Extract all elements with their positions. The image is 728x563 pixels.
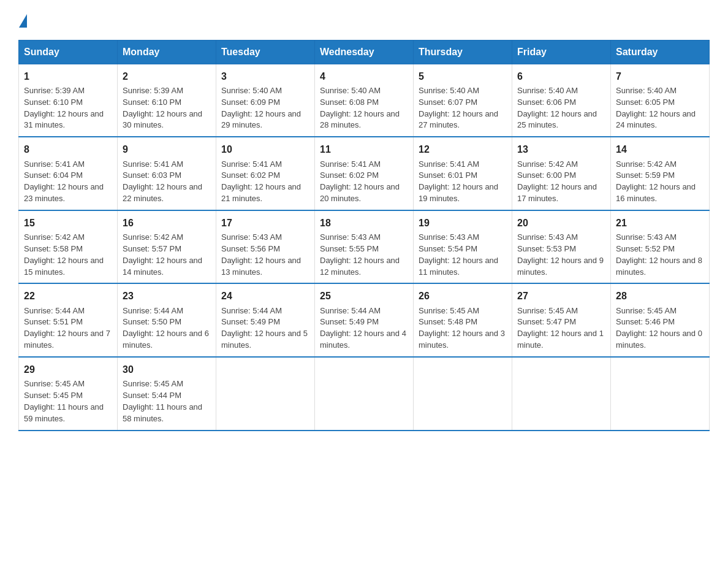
calendar-cell: 9 Sunrise: 5:41 AM Sunset: 6:03 PM Dayli… [118,137,216,210]
sunset-text: Sunset: 6:04 PM [24,170,112,182]
daylight-text: Daylight: 12 hours and 9 minutes. [517,255,605,278]
day-number: 17 [221,216,309,230]
calendar-cell [315,357,414,431]
calendar-cell: 4 Sunrise: 5:40 AM Sunset: 6:08 PM Dayli… [315,64,414,137]
calendar-cell: 28 Sunrise: 5:45 AM Sunset: 5:46 PM Dayl… [611,283,710,357]
sunrise-text: Sunrise: 5:44 AM [221,305,309,317]
calendar-week-row: 15 Sunrise: 5:42 AM Sunset: 5:58 PM Dayl… [19,210,710,284]
sunset-text: Sunset: 6:08 PM [320,97,408,109]
sunset-text: Sunset: 5:47 PM [517,316,605,328]
calendar-week-row: 8 Sunrise: 5:41 AM Sunset: 6:04 PM Dayli… [19,137,710,210]
day-number: 2 [123,69,211,83]
sunrise-text: Sunrise: 5:45 AM [24,378,112,390]
daylight-text: Daylight: 12 hours and 3 minutes. [419,328,507,351]
calendar-cell: 22 Sunrise: 5:44 AM Sunset: 5:51 PM Dayl… [19,283,118,357]
weekday-header-monday: Monday [118,40,216,64]
daylight-text: Daylight: 12 hours and 7 minutes. [24,328,112,351]
calendar-cell: 7 Sunrise: 5:40 AM Sunset: 6:05 PM Dayli… [611,64,710,137]
day-number: 13 [517,142,605,156]
calendar-cell: 11 Sunrise: 5:41 AM Sunset: 6:02 PM Dayl… [315,137,414,210]
day-number: 27 [517,289,605,303]
daylight-text: Daylight: 12 hours and 25 minutes. [517,109,605,132]
calendar-cell: 16 Sunrise: 5:42 AM Sunset: 5:57 PM Dayl… [118,210,216,284]
sunrise-text: Sunrise: 5:43 AM [517,232,605,243]
sunrise-text: Sunrise: 5:43 AM [221,232,309,243]
calendar-cell: 8 Sunrise: 5:41 AM Sunset: 6:04 PM Dayli… [19,137,118,210]
calendar-cell: 13 Sunrise: 5:42 AM Sunset: 6:00 PM Dayl… [512,137,611,210]
calendar-cell [611,357,710,431]
daylight-text: Daylight: 12 hours and 16 minutes. [616,182,704,205]
day-number: 29 [24,362,112,377]
daylight-text: Daylight: 12 hours and 21 minutes. [221,182,309,205]
day-number: 5 [419,69,507,83]
sunrise-text: Sunrise: 5:40 AM [320,85,408,97]
daylight-text: Daylight: 12 hours and 30 minutes. [123,109,211,132]
sunset-text: Sunset: 5:49 PM [320,316,408,328]
day-number: 9 [123,142,211,156]
daylight-text: Daylight: 12 hours and 29 minutes. [221,109,309,132]
sunrise-text: Sunrise: 5:44 AM [24,305,112,317]
daylight-text: Daylight: 12 hours and 17 minutes. [517,182,605,205]
daylight-text: Daylight: 12 hours and 11 minutes. [419,255,507,278]
day-number: 22 [24,289,112,303]
daylight-text: Daylight: 12 hours and 28 minutes. [320,109,408,132]
daylight-text: Daylight: 12 hours and 15 minutes. [24,255,112,278]
day-number: 7 [616,69,704,83]
sunrise-text: Sunrise: 5:44 AM [123,305,211,317]
calendar-cell: 21 Sunrise: 5:43 AM Sunset: 5:52 PM Dayl… [611,210,710,284]
sunrise-text: Sunrise: 5:41 AM [419,159,507,170]
day-number: 21 [616,216,704,230]
calendar-table: SundayMondayTuesdayWednesdayThursdayFrid… [18,40,710,431]
calendar-cell: 14 Sunrise: 5:42 AM Sunset: 5:59 PM Dayl… [611,137,710,210]
sunset-text: Sunset: 5:57 PM [123,243,211,255]
sunset-text: Sunset: 6:01 PM [419,170,507,182]
sunrise-text: Sunrise: 5:42 AM [123,232,211,243]
sunset-text: Sunset: 5:49 PM [221,316,309,328]
daylight-text: Daylight: 12 hours and 13 minutes. [221,255,309,278]
day-number: 8 [24,142,112,156]
sunrise-text: Sunrise: 5:40 AM [517,85,605,97]
day-number: 10 [221,142,309,156]
sunrise-text: Sunrise: 5:42 AM [517,159,605,170]
daylight-text: Daylight: 12 hours and 14 minutes. [123,255,211,278]
calendar-cell: 19 Sunrise: 5:43 AM Sunset: 5:54 PM Dayl… [414,210,512,284]
day-number: 25 [320,289,408,303]
calendar-cell [414,357,512,431]
daylight-text: Daylight: 12 hours and 20 minutes. [320,182,408,205]
sunset-text: Sunset: 5:56 PM [221,243,309,255]
sunrise-text: Sunrise: 5:40 AM [616,85,704,97]
daylight-text: Daylight: 12 hours and 4 minutes. [320,328,408,351]
sunrise-text: Sunrise: 5:43 AM [419,232,507,243]
sunset-text: Sunset: 5:59 PM [616,170,704,182]
day-number: 3 [221,69,309,83]
sunset-text: Sunset: 6:06 PM [517,97,605,109]
calendar-cell: 18 Sunrise: 5:43 AM Sunset: 5:55 PM Dayl… [315,210,414,284]
day-number: 23 [123,289,211,303]
calendar-cell: 25 Sunrise: 5:44 AM Sunset: 5:49 PM Dayl… [315,283,414,357]
logo [18,12,28,28]
day-number: 14 [616,142,704,156]
sunrise-text: Sunrise: 5:43 AM [616,232,704,243]
sunrise-text: Sunrise: 5:41 AM [320,159,408,170]
weekday-header-friday: Friday [512,40,611,64]
calendar-cell [216,357,315,431]
calendar-cell: 17 Sunrise: 5:43 AM Sunset: 5:56 PM Dayl… [216,210,315,284]
sunset-text: Sunset: 6:10 PM [123,97,211,109]
daylight-text: Daylight: 12 hours and 6 minutes. [123,328,211,351]
calendar-week-row: 22 Sunrise: 5:44 AM Sunset: 5:51 PM Dayl… [19,283,710,357]
page-header [18,12,710,28]
daylight-text: Daylight: 11 hours and 59 minutes. [24,402,112,425]
sunset-text: Sunset: 5:44 PM [123,390,211,402]
calendar-cell: 29 Sunrise: 5:45 AM Sunset: 5:45 PM Dayl… [19,357,118,431]
sunset-text: Sunset: 5:55 PM [320,243,408,255]
weekday-header-row: SundayMondayTuesdayWednesdayThursdayFrid… [19,40,710,64]
calendar-week-row: 29 Sunrise: 5:45 AM Sunset: 5:45 PM Dayl… [19,357,710,431]
sunset-text: Sunset: 5:51 PM [24,316,112,328]
sunset-text: Sunset: 6:09 PM [221,97,309,109]
day-number: 20 [517,216,605,230]
sunrise-text: Sunrise: 5:43 AM [320,232,408,243]
sunset-text: Sunset: 5:54 PM [419,243,507,255]
calendar-cell: 5 Sunrise: 5:40 AM Sunset: 6:07 PM Dayli… [414,64,512,137]
calendar-cell: 1 Sunrise: 5:39 AM Sunset: 6:10 PM Dayli… [19,64,118,137]
calendar-week-row: 1 Sunrise: 5:39 AM Sunset: 6:10 PM Dayli… [19,64,710,137]
